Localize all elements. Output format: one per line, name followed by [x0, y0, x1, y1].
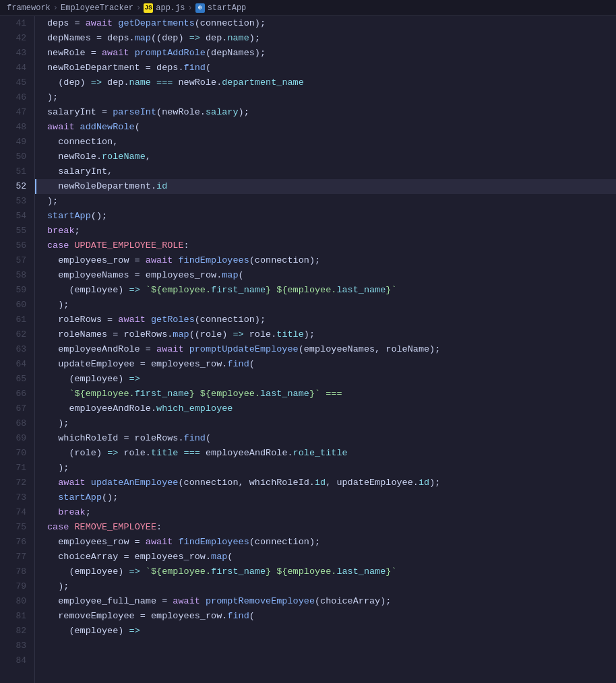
code-line-63: roleNames = roleRows.map((role) => role.…: [35, 327, 616, 342]
code-token: employees_row =: [47, 535, 146, 550]
code-line-47: salaryInt = parseInt(newRole.salary);: [35, 105, 616, 120]
code-token: );: [304, 327, 315, 342]
line-number-55: 55: [0, 224, 34, 238]
code-line-65: updateEmployee = employees_row.find(: [35, 357, 616, 372]
code-line-72: );: [35, 461, 616, 476]
code-token: newRole.: [47, 150, 102, 164]
line-number-78: 78: [0, 564, 34, 579]
code-token: map: [211, 550, 227, 564]
code-token: removeEmployee = employees_row.: [47, 609, 227, 624]
code-token: ();: [91, 209, 107, 224]
code-line-83: removeEmployee = employees_row.find(: [35, 609, 616, 624]
code-token: employees_row =: [47, 253, 146, 268]
code-token: );: [239, 105, 249, 120]
code-token: map: [135, 31, 151, 46]
line-number-67: 67: [0, 401, 34, 416]
code-token: first_name: [211, 283, 266, 298]
code-token: promptAddRole: [135, 46, 206, 61]
line-number-45: 45: [0, 75, 34, 90]
line-number-60: 60: [0, 298, 34, 313]
code-token: );: [47, 461, 69, 476]
line-numbers: 4142434445464748495051525354555657585960…: [0, 16, 35, 683]
line-number-64: 64: [0, 357, 34, 372]
line-number-65: 65: [0, 372, 34, 387]
code-content[interactable]: deps = await getDepartments(connection);…: [35, 16, 616, 683]
code-token: }`: [386, 283, 396, 298]
breadcrumb-folder-framework: framework: [7, 3, 51, 13]
code-token: newRoleDepartment.: [47, 179, 156, 194]
code-token: =>: [91, 75, 102, 90]
code-token: );: [47, 298, 69, 313]
code-line-53: );: [35, 194, 616, 209]
code-token: ===: [178, 446, 206, 461]
code-token: (connection);: [195, 16, 266, 31]
code-token: employeeNames = employees_row.: [47, 268, 222, 283]
code-line-67: `${employee.first_name} ${employee.last_…: [35, 387, 616, 401]
line-number-58: 58: [0, 268, 34, 283]
line-number-42: 42: [0, 31, 34, 46]
code-token: );: [429, 476, 440, 490]
line-number-81: 81: [0, 609, 34, 624]
code-line-71: (role) => role.title === employeeAndRole…: [35, 446, 616, 461]
code-line-49: connection,: [35, 135, 616, 150]
breadcrumb-icon-ts: ⊕: [195, 3, 205, 13]
code-line-61: );: [35, 298, 616, 313]
code-token: await: [47, 476, 91, 490]
line-number-63: 63: [0, 342, 34, 357]
line-number-41: 41: [0, 16, 34, 31]
code-token: id: [315, 476, 326, 490]
line-number-83: 83: [0, 639, 34, 653]
line-number-51: 51: [0, 164, 34, 179]
code-line-78: employees_row = await findEmployees(conn…: [35, 535, 616, 550]
code-token: ===: [151, 75, 179, 90]
code-line-45: (dep) => dep.name === newRole.department…: [35, 75, 616, 90]
line-number-62: 62: [0, 327, 34, 342]
code-token: salaryInt =: [47, 105, 113, 120]
breadcrumb-icon-js: JS: [144, 3, 153, 13]
code-token: );: [47, 194, 58, 209]
code-token: role.: [118, 446, 151, 461]
line-number-48: 48: [0, 120, 34, 135]
line-number-46: 46: [0, 90, 34, 105]
code-token: =>: [129, 372, 140, 387]
code-line-51: salaryInt,: [35, 164, 616, 179]
code-token: ;: [75, 224, 80, 238]
line-number-71: 71: [0, 461, 34, 476]
code-token: =>: [107, 446, 118, 461]
code-token: ,: [146, 150, 151, 164]
breadcrumb-sep-1: ›: [53, 3, 58, 13]
code-token: department_name: [222, 75, 304, 90]
code-token: =>: [129, 564, 140, 579]
code-token: case: [47, 520, 75, 535]
code-token: employeeAndRole.: [206, 446, 293, 461]
code-line-60: (employee) => `${employee.first_name} ${…: [35, 283, 616, 298]
code-token: salary: [206, 105, 239, 120]
code-token: await: [47, 120, 80, 135]
code-token: updateEmployee = employees_row.: [47, 357, 227, 372]
code-token: :: [184, 238, 189, 253]
line-number-73: 73: [0, 490, 34, 505]
code-line-55: break;: [35, 224, 616, 238]
line-number-43: 43: [0, 46, 34, 61]
code-token: ((role): [189, 327, 233, 342]
code-token: newRoleDepartment = deps.: [47, 61, 184, 75]
code-token: employeeAndRole =: [47, 342, 156, 357]
code-line-81: );: [35, 579, 616, 594]
code-token: break: [47, 224, 75, 238]
code-token: findEmployees: [178, 535, 249, 550]
code-token: } ${employee.: [266, 283, 336, 298]
code-token: updateAnEmployee: [91, 476, 179, 490]
code-line-41: deps = await getDepartments(connection);: [35, 16, 616, 31]
code-line-68: employeeAndRole.which_employee: [35, 401, 616, 416]
code-token: first_name: [211, 564, 266, 579]
code-line-79: choiceArray = employees_row.map(: [35, 550, 616, 564]
code-token: find: [227, 357, 249, 372]
code-token: (: [249, 357, 255, 372]
code-token: title: [151, 446, 179, 461]
code-token: depNames = deps.: [47, 31, 135, 46]
line-number-54: 54: [0, 209, 34, 224]
code-token: );: [47, 579, 69, 594]
code-token: , updateEmployee.: [326, 476, 419, 490]
code-token: =>: [233, 327, 243, 342]
line-number-76: 76: [0, 535, 34, 550]
